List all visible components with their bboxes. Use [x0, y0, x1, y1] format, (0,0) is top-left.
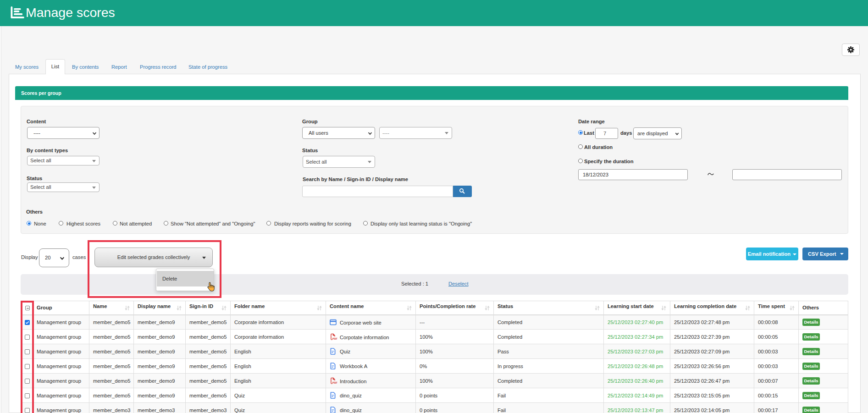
svg-text:PDF: PDF — [332, 337, 337, 340]
svg-text:PDF: PDF — [332, 381, 337, 384]
